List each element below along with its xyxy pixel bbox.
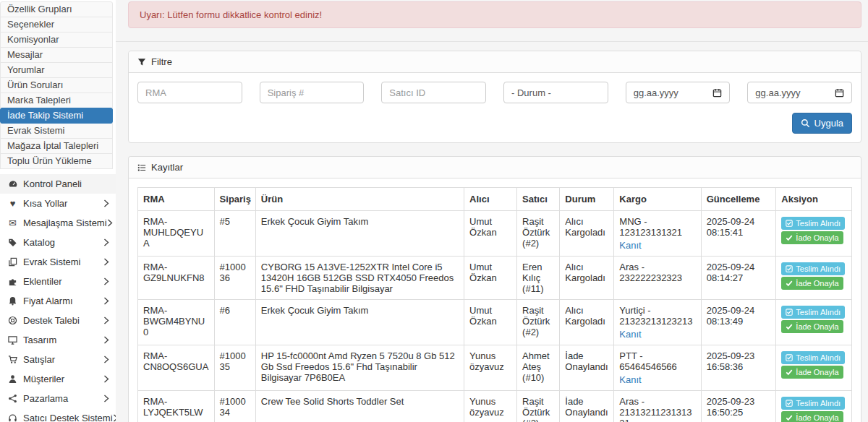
order-cell: #6 xyxy=(214,300,255,345)
cargo-text: Aras - 2131321123131321 xyxy=(619,396,695,422)
main-content: Uyarı: Lütfen formu dikkatlice kontrol e… xyxy=(116,0,868,422)
kanit-link[interactable]: Kanıt xyxy=(619,374,641,385)
column-header-siparis: Sipariş xyxy=(214,188,255,211)
seller-cell: Eren Kılıç (#11) xyxy=(517,257,560,300)
iade-onayla-button[interactable]: İade Onayla xyxy=(781,231,843,244)
sidebar-item-urun-sorulari[interactable]: Ürün Soruları xyxy=(0,77,113,93)
iade-onayla-button[interactable]: İade Onayla xyxy=(781,320,843,333)
menu-label: Müşteriler xyxy=(23,374,64,384)
chevron-right-icon xyxy=(103,336,109,344)
sidebar-item-marka-talepleri[interactable]: Marka Talepleri xyxy=(0,92,113,108)
teslim-alindi-button[interactable]: Teslim Alındı xyxy=(781,306,845,319)
rma-cell: RMA-LYJQEKT5LW xyxy=(138,391,215,422)
table-row: RMA-GZ9LNUKFN8 #100036 CYBORG 15 A13VE-1… xyxy=(138,257,852,300)
product-cell: HP 15-fc0000nt Amd Ryzen 5 7520u 8 Gb 51… xyxy=(255,345,464,391)
column-header-guncelleme: Güncelleme xyxy=(701,188,776,211)
date-from-input[interactable]: gg.aa.yyyy xyxy=(626,82,731,103)
order-cell: #100035 xyxy=(214,345,255,391)
calendar-icon xyxy=(712,88,722,98)
teslim-alindi-button[interactable]: Teslim Alındı xyxy=(781,397,845,410)
iade-onayla-button[interactable]: İade Onayla xyxy=(781,411,843,422)
check-icon xyxy=(786,280,793,287)
sidebar-item-ozellik-gruplari[interactable]: Özellik Grupları xyxy=(0,1,113,17)
heart-icon: ♥ xyxy=(7,199,19,208)
table-header-row: RMA Sipariş Ürün Alıcı Satıcı Durum Karg… xyxy=(138,188,852,211)
date-to-input[interactable]: gg.aa.yyyy xyxy=(747,82,852,103)
sidebar-item-kisa-yollar[interactable]: ♥ Kısa Yollar xyxy=(0,194,116,213)
sidebar-item-tasarim[interactable]: Tasarım xyxy=(0,330,116,350)
records-table: RMA Sipariş Ürün Alıcı Satıcı Durum Karg… xyxy=(137,187,852,422)
menu-label: Pazarlama xyxy=(23,393,68,404)
kanit-link[interactable]: Kanıt xyxy=(619,329,641,340)
column-header-kargo: Kargo xyxy=(614,188,701,211)
teslim-alindi-button[interactable]: Teslim Alındı xyxy=(781,262,845,275)
menu-label: Tasarım xyxy=(23,335,56,345)
sidebar-item-kontrol-paneli[interactable]: Kontrol Paneli xyxy=(0,174,116,194)
updated-cell: 2025-09-23 16:50:25 xyxy=(701,391,776,422)
table-row: RMA-CN8OQS6GUA #100035 HP 15-fc0000nt Am… xyxy=(138,345,852,391)
seller-id-input[interactable] xyxy=(381,82,486,103)
sidebar-item-evrak-sistemi[interactable]: Evrak Sistemi xyxy=(0,123,113,139)
rma-input[interactable] xyxy=(137,82,242,103)
check-icon xyxy=(786,323,793,330)
user-icon xyxy=(7,374,19,384)
cargo-text: Aras - 232222232323 xyxy=(619,262,695,283)
rma-cell: RMA-MUHLDQEYUA xyxy=(138,211,215,257)
sidebar-item-destek-talebi[interactable]: Destek Talebi xyxy=(0,311,116,330)
buyer-cell: Umut Özkan xyxy=(464,300,517,345)
menu-label: Satışlar xyxy=(23,354,55,365)
records-panel-body: RMA Sipariş Ürün Alıcı Satıcı Durum Karg… xyxy=(129,178,861,422)
seller-cell: Ahmet Ateş (#10) xyxy=(517,345,560,391)
sidebar-item-mesajlar[interactable]: Mesajlar xyxy=(0,47,113,63)
sidebar-item-fiyat-alarmi[interactable]: Fiyat Alarmı xyxy=(0,291,116,311)
order-number-input[interactable] xyxy=(260,82,365,103)
sidebar-item-mesajlasma-sistemi[interactable]: ✉ Mesajlaşma Sistemi xyxy=(0,213,116,233)
menu-label: Fiyat Alarmı xyxy=(23,296,73,306)
sidebar-item-musteriler[interactable]: Müşteriler xyxy=(0,369,116,389)
filter-panel-heading: Filtre xyxy=(129,51,861,73)
teslim-alindi-button[interactable]: Teslim Alındı xyxy=(781,351,845,364)
filter-title: Filtre xyxy=(151,56,172,67)
chevron-right-icon xyxy=(103,258,109,266)
iade-onayla-button[interactable]: İade Onayla xyxy=(781,366,843,379)
date-from-value: gg.aa.yyyy xyxy=(634,87,678,98)
sidebar-item-iade-takip-sistemi[interactable]: İade Takip Sistemi xyxy=(0,108,113,124)
product-cell: Crew Tee Solid Shorts Toddler Set xyxy=(255,391,464,422)
filter-panel-body: - Durum - gg.aa.yyyy gg.aa.yyyy Uygula xyxy=(129,73,861,142)
sidebar-item-secenekler[interactable]: Seçenekler xyxy=(0,17,113,33)
warning-alert: Uyarı: Lütfen formu dikkatlice kontrol e… xyxy=(128,1,861,28)
kanit-link[interactable]: Kanıt xyxy=(619,240,641,251)
sidebar-item-evrak-sistemi-menu[interactable]: Evrak Sistemi xyxy=(0,252,116,272)
menu-label: Kontrol Paneli xyxy=(23,178,82,189)
teslim-alindi-button[interactable]: Teslim Alındı xyxy=(781,217,845,230)
updated-cell: 2025-09-23 16:58:36 xyxy=(701,345,776,391)
seller-cell: Raşit Öztürk (#2) xyxy=(517,391,560,422)
headset-icon xyxy=(7,413,19,422)
filter-icon xyxy=(137,58,146,66)
sidebar-item-yorumlar[interactable]: Yorumlar xyxy=(0,62,113,78)
filter-panel: Filtre - Durum - gg.aa.yyyy gg.aa.yyyy xyxy=(128,51,861,143)
sidebar-item-satici-destek-sistemi[interactable]: Satıcı Destek Sistemi xyxy=(0,408,116,422)
iade-onayla-button[interactable]: İade Onayla xyxy=(781,277,843,290)
status-select[interactable]: - Durum - xyxy=(503,82,608,103)
apply-button[interactable]: Uygula xyxy=(792,113,852,134)
puzzle-icon xyxy=(7,277,19,286)
sidebar-item-komisyonlar[interactable]: Komisyonlar xyxy=(0,32,113,48)
order-cell: #100034 xyxy=(214,391,255,422)
envelope-icon: ✉ xyxy=(7,218,19,228)
sidebar: Özellik Grupları Seçenekler Komisyonlar … xyxy=(0,0,116,422)
menu-label: Evrak Sistemi xyxy=(23,257,80,267)
updated-cell: 2025-09-24 08:13:49 xyxy=(701,300,776,345)
status-select-value: - Durum - xyxy=(511,87,551,98)
sidebar-item-katalog[interactable]: Katalog xyxy=(0,233,116,252)
column-header-urun: Ürün xyxy=(255,188,464,211)
sidebar-item-eklentiler[interactable]: Eklentiler xyxy=(0,272,116,291)
sidebar-item-toplu-urun-yukleme[interactable]: Toplu Ürün Yükleme xyxy=(0,153,113,169)
copy-icon xyxy=(7,257,19,267)
sidebar-item-magaza-iptal-talepleri[interactable]: Mağaza İptal Talepleri xyxy=(0,138,113,154)
chevron-right-icon xyxy=(103,375,109,383)
product-cell: Erkek Çocuk Giyim Takım xyxy=(255,300,464,345)
sidebar-item-pazarlama[interactable]: Pazarlama xyxy=(0,389,116,408)
sidebar-item-satislar[interactable]: Satışlar xyxy=(0,350,116,369)
rma-cell: RMA-GZ9LNUKFN8 xyxy=(138,257,215,300)
